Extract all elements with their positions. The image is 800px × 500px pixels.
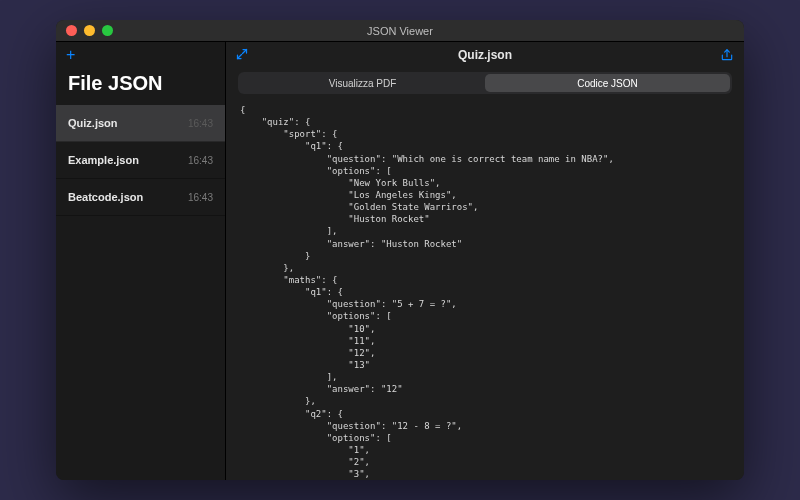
tab-json[interactable]: Codice JSON: [485, 74, 730, 92]
file-time: 16:43: [188, 192, 213, 203]
file-time: 16:43: [188, 155, 213, 166]
document-title: Quiz.json: [226, 48, 744, 62]
code-pane[interactable]: { "quiz": { "sport": { "q1": { "question…: [226, 100, 744, 480]
file-time: 16:43: [188, 118, 213, 129]
tab-pdf[interactable]: Visualizza PDF: [240, 74, 485, 92]
window-body: + File JSON Quiz.json16:43Example.json16…: [56, 42, 744, 480]
main-pane: Quiz.json Visualizza PDF Codice JSON { "…: [226, 42, 744, 480]
json-code: { "quiz": { "sport": { "q1": { "question…: [240, 104, 730, 480]
file-item[interactable]: Beatcode.json16:43: [56, 179, 225, 216]
file-item[interactable]: Quiz.json16:43: [56, 105, 225, 142]
titlebar: JSON Viewer: [56, 20, 744, 42]
view-mode-segmented: Visualizza PDF Codice JSON: [238, 72, 732, 94]
close-window-button[interactable]: [66, 25, 77, 36]
minimize-window-button[interactable]: [84, 25, 95, 36]
file-name: Example.json: [68, 154, 139, 166]
app-window: JSON Viewer + File JSON Quiz.json16:43Ex…: [56, 20, 744, 480]
segmented-control-wrap: Visualizza PDF Codice JSON: [226, 68, 744, 100]
zoom-window-button[interactable]: [102, 25, 113, 36]
file-name: Quiz.json: [68, 117, 118, 129]
file-name: Beatcode.json: [68, 191, 143, 203]
file-item[interactable]: Example.json16:43: [56, 142, 225, 179]
sidebar-toolbar: +: [56, 42, 225, 68]
expand-icon[interactable]: [236, 48, 248, 63]
main-toolbar: Quiz.json: [226, 42, 744, 68]
share-button[interactable]: [720, 48, 734, 62]
traffic-lights: [66, 25, 113, 36]
sidebar-heading: File JSON: [56, 68, 225, 105]
window-title: JSON Viewer: [56, 25, 744, 37]
file-list: Quiz.json16:43Example.json16:43Beatcode.…: [56, 105, 225, 480]
add-file-button[interactable]: +: [66, 47, 75, 63]
sidebar: + File JSON Quiz.json16:43Example.json16…: [56, 42, 226, 480]
